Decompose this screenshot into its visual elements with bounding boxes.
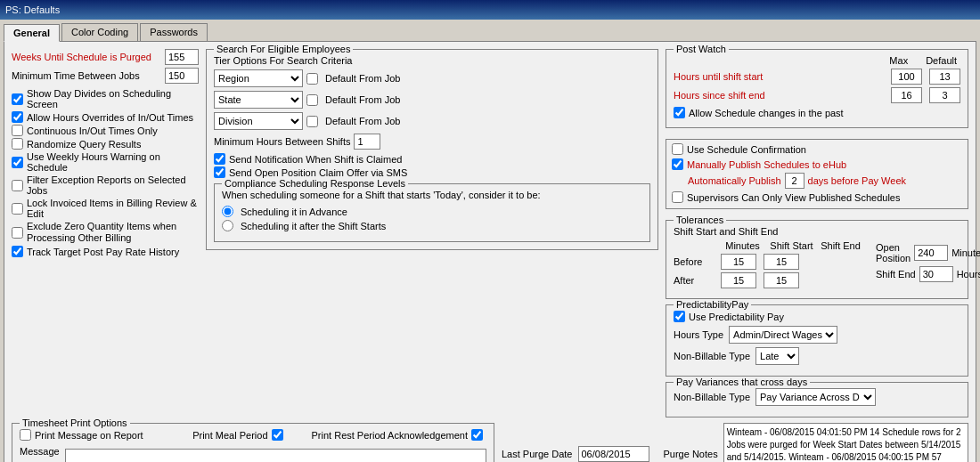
state-default-label: Default From Job: [325, 94, 400, 105]
pw-row1: Hours until shift start: [674, 69, 960, 85]
cb-allow-hours-input[interactable]: [12, 111, 23, 123]
cb-lock-inv: Lock Invoiced Items in Billing Review & …: [12, 198, 199, 219]
print-rest-cb[interactable]: [471, 429, 483, 441]
post-watch-row: Post Watch Max Default Hours until shift…: [666, 49, 968, 134]
payvar-select[interactable]: Pay Variance Across D Option2: [755, 388, 876, 406]
min-time-input[interactable]: [165, 68, 199, 84]
cb-show-day-label: Show Day Divides on Scheduling Screen: [27, 88, 199, 109]
cb-allow-hours-label: Allow Hours Overrides of In/Out Times: [27, 112, 193, 123]
post-watch-section: Post Watch Max Default Hours until shift…: [666, 49, 968, 128]
tol-header: Minutes Shift Start Shift End: [718, 240, 865, 251]
cb-show-day-input[interactable]: [12, 93, 23, 105]
cb-exclude-zero-input[interactable]: [12, 227, 23, 239]
print-meal-row: Print Meal Period: [192, 429, 286, 441]
print-meal-cb[interactable]: [272, 429, 283, 441]
message-textarea[interactable]: [65, 449, 486, 462]
tol-col2: Shift Start: [767, 240, 816, 251]
supervisors-label: Supervisors Can Only View Published Sche…: [687, 192, 900, 203]
tol-after-row: After: [674, 272, 865, 288]
tab-passwords[interactable]: Passwords: [140, 23, 208, 41]
shift-end-input[interactable]: [919, 266, 953, 282]
pred-section-label: PredictabilityPay: [674, 299, 751, 310]
timesheet-section-label: Timesheet Print Options: [20, 417, 130, 428]
use-sched-conf-cb[interactable]: [672, 143, 683, 155]
cb-randomize-input[interactable]: [12, 138, 23, 150]
cb-lock-inv-input[interactable]: [12, 203, 23, 215]
min-hours-input[interactable]: [354, 134, 380, 150]
non-billable-type-row: Non-Billable Type Late Early None: [674, 347, 960, 365]
tol-after-start[interactable]: [721, 272, 756, 288]
division-default-label: Default From Job: [325, 116, 400, 126]
search-row-state: State Default From Job: [214, 91, 650, 109]
use-sched-conf-label: Use Schedule Confirmation: [687, 144, 806, 155]
radio-advance-input[interactable]: [222, 206, 233, 217]
last-purge-label: Last Purge Date: [502, 449, 573, 459]
window-title: PS: Defaults: [5, 4, 60, 15]
tol-before-label: Before: [674, 256, 714, 267]
message-row: Message: [20, 446, 486, 462]
tol-before-end[interactable]: [764, 254, 799, 270]
cb-filter-exc-label: Filter Exception Reports on Selected Job…: [27, 174, 199, 196]
print-rest-row: Print Rest Period Acknowledgement: [312, 429, 486, 441]
division-select[interactable]: Division: [214, 112, 303, 130]
supervisors-cb[interactable]: [672, 191, 683, 203]
pw-row1-max[interactable]: [891, 69, 922, 85]
division-default-cb[interactable]: [306, 116, 318, 127]
region-default-cb[interactable]: [306, 73, 318, 85]
purge-date-row: Last Purge Date Purge Notes Winteam - 06…: [502, 423, 968, 462]
shift-end-row: Shift End Hours: [876, 266, 980, 282]
hours-type-select[interactable]: Admin/Direct Wages Regular Overtime: [729, 326, 837, 344]
weeks-input[interactable]: [165, 49, 199, 65]
payvar-section: Pay Variances that cross days Non-Billab…: [666, 382, 968, 417]
sched-conf-section: Use Schedule Confirmation Manually Publi…: [666, 139, 968, 209]
region-select[interactable]: Region: [214, 69, 303, 87]
cb-weekly-hours-label: Use Weekly Hours Warning on Schedule: [27, 151, 199, 173]
cb-weekly-hours-input[interactable]: [12, 157, 23, 168]
radio-advance-label: Scheduling it in Advance: [241, 207, 347, 217]
radio-after-label: Scheduling it after the Shift Starts: [241, 221, 386, 231]
pw-header: Max Default: [674, 55, 960, 66]
send-open-row: Send Open Position Claim Offer via SMS: [214, 166, 650, 178]
cb-filter-exc-input[interactable]: [12, 180, 23, 191]
auto-pub-input[interactable]: [785, 173, 804, 189]
send-open-cb[interactable]: [214, 166, 225, 178]
search-row-division: Division Default From Job: [214, 112, 650, 130]
send-notif-row: Send Notification When Shift is Claimed: [214, 153, 650, 165]
post-watch-section-label: Post Watch: [674, 44, 729, 54]
purge-notes-box: Winteam - 06/08/2015 04:01:50 PM 14 Sche…: [723, 423, 968, 462]
cb-weekly-hours: Use Weekly Hours Warning on Schedule: [12, 151, 199, 173]
pw-row1-label: Hours until shift start: [674, 71, 891, 82]
pw-row1-default[interactable]: [929, 69, 960, 85]
pw-row2-default[interactable]: [929, 87, 960, 103]
state-select[interactable]: State: [214, 91, 303, 109]
tab-general[interactable]: General: [4, 24, 60, 42]
cb-track-target-input[interactable]: [12, 246, 23, 257]
tol-before-start[interactable]: [721, 254, 756, 270]
cb-continuous: Continuous In/Out Times Only: [12, 125, 199, 136]
cb-continuous-input[interactable]: [12, 125, 23, 136]
allow-sched-changes-cb[interactable]: [674, 107, 685, 118]
send-notif-cb[interactable]: [214, 153, 225, 165]
manually-pub-cb[interactable]: [672, 158, 683, 170]
pw-row2-label: Hours since shift end: [674, 90, 891, 101]
pw-row2-max[interactable]: [891, 87, 922, 103]
tab-color-coding[interactable]: Color Coding: [61, 23, 138, 41]
tol-before-row: Before: [674, 254, 865, 270]
use-pred-cb[interactable]: [674, 311, 685, 322]
tol-after-end[interactable]: [764, 272, 799, 288]
non-billable-type-select[interactable]: Late Early None: [755, 347, 799, 365]
radio-after-input[interactable]: [222, 220, 233, 231]
mid-panel: Search For Eligible Employees Tier Optio…: [206, 49, 658, 417]
checkboxes-container: Show Day Divides on Scheduling Screen Al…: [12, 88, 199, 257]
payvar-non-billable-label: Non-Billable Type: [674, 392, 750, 402]
pred-section: PredictabilityPay Use Predictability Pay…: [666, 304, 968, 377]
pw-row2: Hours since shift end: [674, 87, 960, 103]
last-purge-input[interactable]: [578, 446, 649, 462]
shift-end-label: Shift End: [876, 269, 916, 280]
open-pos-input[interactable]: [914, 245, 948, 261]
radio-after: Scheduling it after the Shift Starts: [222, 220, 642, 231]
state-default-cb[interactable]: [306, 94, 318, 106]
search-row-region: Region Default From Job: [214, 69, 650, 87]
print-message-cb[interactable]: [20, 429, 31, 441]
print-meal-label: Print Meal Period: [192, 430, 267, 441]
